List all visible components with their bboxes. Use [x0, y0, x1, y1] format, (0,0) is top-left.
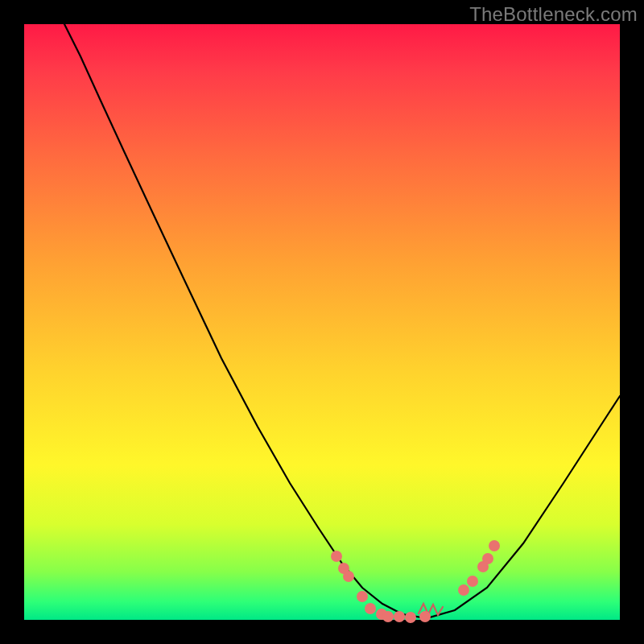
data-dot — [331, 551, 342, 562]
data-dot — [405, 612, 416, 623]
data-dot — [357, 591, 368, 602]
data-dot — [343, 571, 354, 582]
watermark-text: TheBottleneck.com — [469, 3, 638, 26]
chart-overlay — [24, 24, 620, 620]
data-dot — [419, 611, 431, 622]
chart-frame: TheBottleneck.com — [0, 0, 644, 644]
plot-area — [24, 24, 620, 620]
bottleneck-curve — [64, 24, 620, 618]
data-dot — [458, 584, 469, 596]
data-dot — [489, 540, 500, 551]
data-dot — [382, 611, 394, 622]
data-dot — [467, 576, 478, 587]
data-dot — [482, 553, 493, 564]
data-dot — [365, 603, 376, 614]
data-dot — [394, 611, 405, 622]
